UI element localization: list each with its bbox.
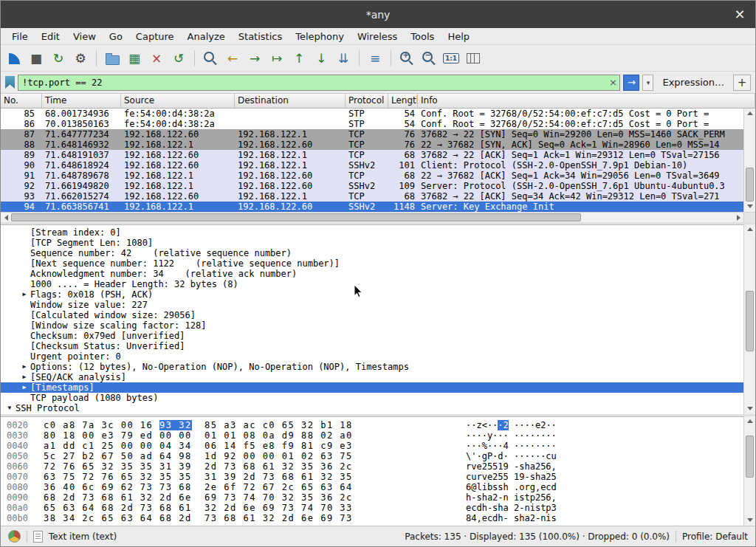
colorize-button[interactable]: ≡ <box>365 48 385 69</box>
capture-comment-icon[interactable] <box>33 531 43 543</box>
scroll-down-button[interactable] <box>744 202 755 212</box>
packet-row-94[interactable]: 9471.663856741192.168.122.1192.168.122.6… <box>1 202 743 212</box>
details-vscrollbar[interactable] <box>743 224 755 414</box>
reload-capture-button[interactable]: ↺ <box>168 48 189 69</box>
zoom-in-button[interactable] <box>396 48 417 69</box>
detail-line[interactable]: [Stream index: 0] <box>1 227 743 238</box>
bookmark-icon[interactable] <box>5 76 15 89</box>
menu-file[interactable]: File <box>5 30 35 44</box>
packet-list-vscrollbar[interactable] <box>743 109 755 212</box>
menu-edit[interactable]: Edit <box>35 30 66 44</box>
scroll-up-button[interactable] <box>744 416 755 427</box>
find-packet-button[interactable] <box>200 48 221 69</box>
packet-row-90[interactable]: 9071.648618924192.168.122.60192.168.122.… <box>1 160 743 171</box>
hex-row-0060[interactable]: 006072 76 65 32 35 35 31 39 2d 73 68 61 … <box>1 461 743 472</box>
hex-row-00b0[interactable]: 00b038 34 2c 65 63 64 68 2d 73 68 61 32 … <box>1 513 743 523</box>
open-capture-button[interactable] <box>102 48 123 69</box>
expression-button[interactable]: Expression… <box>656 77 730 88</box>
packet-row-88[interactable]: 8871.648146932192.168.122.1192.168.122.6… <box>1 140 743 150</box>
scroll-up-button[interactable] <box>744 224 755 235</box>
packet-row-85[interactable]: 8568.001734936fe:54:00:d4:38:2aSTP54Conf… <box>1 109 743 119</box>
clear-filter-icon[interactable]: × <box>606 77 619 88</box>
scroll-down-button[interactable] <box>744 404 755 414</box>
hex-row-0020[interactable]: 0020c0 a8 7a 3c 00 16 93 32 85 a3 ac c0 … <box>1 420 743 430</box>
detail-line[interactable]: Checksum: 0x79ed [unverified] <box>1 331 743 341</box>
packet-row-92[interactable]: 9271.661949820192.168.122.1192.168.122.6… <box>1 181 743 191</box>
detail-line[interactable]: ▼SSH Protocol <box>1 403 743 413</box>
packet-row-91[interactable]: 9171.648789678192.168.122.1192.168.122.6… <box>1 171 743 181</box>
scroll-left-button[interactable] <box>1 213 11 222</box>
detail-line[interactable]: ▶[Timestamps] <box>1 382 743 393</box>
packet-list-vscroll-thumb[interactable] <box>746 168 754 202</box>
collapsed-arrow-icon[interactable]: ▶ <box>18 362 30 372</box>
hex-row-0030[interactable]: 003080 18 00 e3 79 ed 00 00 01 01 08 0a … <box>1 430 743 441</box>
detail-line[interactable]: TCP payload (1080 bytes) <box>1 393 743 403</box>
collapsed-arrow-icon[interactable]: ▶ <box>18 382 30 393</box>
hex-vscrollbar[interactable] <box>743 416 755 526</box>
start-capture-button[interactable] <box>4 48 24 69</box>
capture-options-button[interactable]: ⚙ <box>70 48 91 69</box>
menu-help[interactable]: Help <box>441 30 476 44</box>
detail-line[interactable]: [Checksum Status: Unverified] <box>1 341 743 351</box>
scroll-right-button[interactable] <box>733 213 743 222</box>
detail-line[interactable]: [TCP Segment Len: 1080] <box>1 238 743 248</box>
packet-row-87[interactable]: 8771.647777234192.168.122.60192.168.122.… <box>1 129 743 140</box>
detail-line[interactable]: ▶[SEQ/ACK analysis] <box>1 372 743 382</box>
auto-scroll-button[interactable]: ⇊ <box>333 48 354 69</box>
restart-capture-button[interactable]: ↻ <box>48 48 69 69</box>
hex-row-0050[interactable]: 00505c 27 b2 67 50 ad 64 98 1d 92 00 00 … <box>1 451 743 461</box>
filter-dropdown-button[interactable]: ▾ <box>642 75 653 91</box>
stop-capture-button[interactable]: ■ <box>26 48 47 69</box>
details-vscroll-thumb[interactable] <box>746 291 754 351</box>
go-back-button[interactable]: ← <box>222 48 243 69</box>
hex-row-0040[interactable]: 0040a1 dd c1 25 00 00 04 34 06 14 f5 e8 … <box>1 441 743 451</box>
detail-line[interactable]: Window size value: 227 <box>1 300 743 310</box>
close-window-button[interactable]: × <box>732 6 748 22</box>
detail-line[interactable]: Acknowledgment number: 34 (relative ack … <box>1 269 743 279</box>
detail-line[interactable]: Sequence number: 42 (relative sequence n… <box>1 248 743 258</box>
detail-line[interactable]: ▶Options: (12 bytes), No-Operation (NOP)… <box>1 362 743 372</box>
packet-list-hscrollbar[interactable] <box>1 212 743 222</box>
packet-row-93[interactable]: 9371.662015274192.168.122.60192.168.122.… <box>1 191 743 202</box>
expanded-arrow-icon[interactable]: ▼ <box>4 403 16 413</box>
menu-capture[interactable]: Capture <box>129 30 181 44</box>
column-header-destination[interactable]: Destination <box>235 94 346 108</box>
hex-row-0090[interactable]: 009068 2d 73 68 61 32 2d 6e 69 73 74 70 … <box>1 492 743 503</box>
go-to-packet-button[interactable]: ↦ <box>267 48 287 69</box>
detail-line[interactable]: [Calculated window size: 29056] <box>1 310 743 320</box>
collapsed-arrow-icon[interactable]: ▶ <box>18 372 30 382</box>
hex-row-00a0[interactable]: 00a065 63 64 68 2d 73 68 61 32 2d 6e 69 … <box>1 503 743 513</box>
scroll-up-button[interactable] <box>744 109 755 119</box>
resize-columns-button[interactable] <box>463 48 484 69</box>
apply-filter-button[interactable]: → <box>623 75 639 91</box>
column-header-length[interactable]: Length <box>388 94 418 108</box>
detail-line[interactable]: ▶Flags: 0x018 (PSH, ACK) <box>1 289 743 300</box>
hex-row-0070[interactable]: 007063 75 72 76 65 32 35 35 31 39 2d 73 … <box>1 472 743 482</box>
column-header-no[interactable]: No. <box>1 94 42 108</box>
column-header-protocol[interactable]: Protocol <box>346 94 388 108</box>
zoom-out-button[interactable] <box>419 48 439 69</box>
zoom-1-1-button[interactable] <box>441 48 461 69</box>
menu-view[interactable]: View <box>66 30 103 44</box>
menu-go[interactable]: Go <box>103 30 129 44</box>
menu-tools[interactable]: Tools <box>404 30 441 44</box>
detail-line[interactable]: [Window size scaling factor: 128] <box>1 320 743 331</box>
go-last-button[interactable]: ↓ <box>311 48 331 69</box>
add-filter-button[interactable]: + <box>733 75 751 91</box>
expert-info-icon[interactable] <box>8 530 21 543</box>
packet-list-hscroll-thumb[interactable] <box>11 213 581 221</box>
hex-vscroll-thumb[interactable] <box>746 436 754 478</box>
menu-telephony[interactable]: Telephony <box>289 30 351 44</box>
menu-statistics[interactable]: Statistics <box>232 30 289 44</box>
go-forward-button[interactable]: → <box>244 48 265 69</box>
detail-line[interactable]: Urgent pointer: 0 <box>1 351 743 362</box>
profile-status[interactable]: Profile: Default <box>682 531 748 542</box>
menu-wireless[interactable]: Wireless <box>351 30 404 44</box>
display-filter-input[interactable] <box>18 78 606 88</box>
column-header-time[interactable]: Time <box>42 94 121 108</box>
hex-row-0080[interactable]: 008036 40 6c 69 62 73 73 68 2e 6f 72 67 … <box>1 482 743 492</box>
packet-row-89[interactable]: 8971.648191037192.168.122.60192.168.122.… <box>1 150 743 160</box>
column-header-info[interactable]: Info <box>418 94 755 108</box>
save-capture-button[interactable]: ▦ <box>124 48 145 69</box>
scroll-down-button[interactable] <box>744 515 755 526</box>
